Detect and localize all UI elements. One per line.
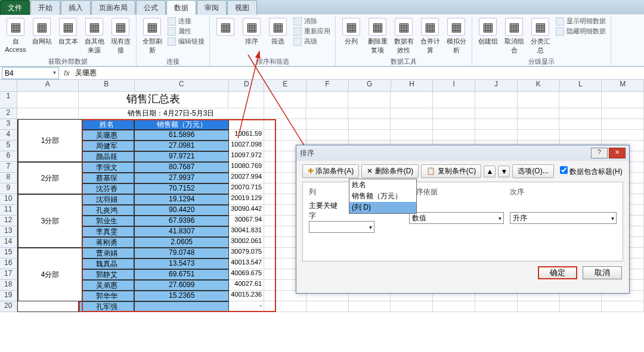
aux-cell[interactable]: 20027.994 bbox=[229, 173, 264, 183]
cell[interactable] bbox=[306, 119, 349, 130]
column-header[interactable]: B bbox=[79, 80, 135, 91]
name-cell[interactable]: 李强文 bbox=[79, 162, 135, 173]
name-cell[interactable]: 魏真晶 bbox=[79, 258, 135, 269]
row-header[interactable]: 5 bbox=[0, 141, 17, 151]
tab-文件[interactable]: 文件 bbox=[0, 0, 30, 15]
ribbon-button[interactable]: ▦自其他来源 bbox=[82, 16, 106, 55]
org-merged-cell[interactable]: 3分部 bbox=[18, 194, 82, 248]
ribbon-button[interactable]: ▦自网站 bbox=[30, 16, 54, 46]
aux-cell[interactable]: 30090.442 bbox=[229, 205, 264, 216]
cell[interactable] bbox=[306, 108, 348, 119]
ribbon-button[interactable]: ▦数据有效性 bbox=[392, 16, 416, 55]
name-cell[interactable]: 郭华华 bbox=[79, 291, 135, 301]
name-cell[interactable]: 蔡基琛 bbox=[79, 173, 135, 183]
amount-cell[interactable]: 69.6751 bbox=[134, 269, 228, 280]
row-header[interactable]: 19 bbox=[0, 291, 17, 301]
column-header[interactable]: G bbox=[349, 80, 391, 91]
aux-cell[interactable]: 40015.236 bbox=[229, 291, 264, 301]
cell[interactable] bbox=[264, 301, 306, 312]
cell[interactable] bbox=[602, 108, 644, 119]
cell[interactable] bbox=[264, 119, 306, 130]
cell[interactable] bbox=[560, 130, 602, 141]
cell[interactable] bbox=[518, 301, 560, 312]
cell[interactable] bbox=[391, 119, 433, 130]
ribbon-button[interactable]: ▦排序 bbox=[240, 16, 264, 46]
column-header[interactable]: L bbox=[560, 80, 602, 91]
row-header[interactable]: 18 bbox=[0, 280, 17, 291]
cell[interactable] bbox=[391, 92, 433, 108]
aux-cell[interactable]: 30067.94 bbox=[229, 216, 264, 226]
amount-cell[interactable]: 15.2365 bbox=[134, 291, 228, 301]
ribbon-small-button[interactable]: 隐藏明细数据 bbox=[555, 26, 607, 36]
cell[interactable] bbox=[602, 92, 644, 108]
ribbon-button[interactable]: ▦分列 bbox=[339, 16, 363, 46]
tab-开始[interactable]: 开始 bbox=[30, 0, 60, 15]
amount-cell[interactable]: 67.9396 bbox=[134, 216, 228, 226]
cell[interactable] bbox=[475, 108, 518, 119]
cell[interactable] bbox=[602, 119, 644, 130]
column-header[interactable]: J bbox=[475, 80, 518, 91]
cell[interactable] bbox=[475, 130, 518, 141]
cell[interactable] bbox=[306, 301, 349, 312]
name-cell[interactable]: 周健军 bbox=[79, 141, 135, 151]
column-header[interactable]: M bbox=[602, 80, 644, 91]
amount-cell[interactable]: 41.8307 bbox=[134, 226, 228, 237]
cell[interactable] bbox=[306, 130, 349, 141]
add-condition-button[interactable]: ✚ 添加条件(A) bbox=[302, 164, 359, 178]
close-button[interactable]: ✕ bbox=[609, 148, 626, 158]
ribbon-button[interactable]: ▦ bbox=[213, 16, 237, 37]
row-header[interactable]: 17 bbox=[0, 269, 17, 280]
row-header[interactable]: 10 bbox=[0, 194, 17, 205]
has-header-checkbox[interactable]: 数据包含标题(H) bbox=[560, 166, 623, 177]
row-header[interactable]: 4 bbox=[0, 130, 17, 141]
amount-cell[interactable]: 27.0981 bbox=[134, 141, 228, 151]
row-header[interactable]: 16 bbox=[0, 258, 17, 269]
move-down-button[interactable]: ▼ bbox=[498, 166, 510, 177]
tab-视图[interactable]: 视图 bbox=[227, 0, 257, 15]
aux-cell[interactable]: 40027.61 bbox=[229, 280, 264, 291]
cell[interactable] bbox=[518, 108, 560, 119]
dropdown-option[interactable]: 销售额（万元） bbox=[349, 191, 416, 202]
amount-cell[interactable]: 80.7687 bbox=[134, 162, 228, 173]
name-cell[interactable]: 沈羽娟 bbox=[79, 194, 135, 205]
amount-cell[interactable]: 19.1294 bbox=[134, 194, 228, 205]
ribbon-button[interactable]: ▦合并计算 bbox=[418, 16, 442, 55]
delete-condition-button[interactable]: ✕ 删除条件(D) bbox=[361, 164, 419, 178]
amount-cell[interactable]: 70.7152 bbox=[134, 183, 228, 194]
row-header[interactable]: 3 bbox=[0, 119, 17, 130]
cell[interactable] bbox=[475, 119, 518, 130]
cell[interactable] bbox=[349, 119, 391, 130]
column-header[interactable]: K bbox=[518, 80, 560, 91]
name-cell[interactable]: 李真雯 bbox=[79, 226, 135, 237]
aux-cell[interactable]: 10080.769 bbox=[229, 162, 264, 173]
dialog-title-bar[interactable]: 排序 ? ✕ bbox=[296, 145, 629, 161]
cell[interactable] bbox=[475, 301, 518, 312]
cell[interactable] bbox=[229, 119, 264, 130]
help-button[interactable]: ? bbox=[591, 148, 608, 158]
cell[interactable] bbox=[559, 119, 602, 130]
amount-cell[interactable]: 27.6099 bbox=[134, 280, 228, 291]
cell[interactable] bbox=[433, 130, 475, 141]
cell[interactable] bbox=[433, 108, 475, 119]
cell[interactable] bbox=[349, 130, 391, 141]
cell[interactable] bbox=[348, 92, 391, 108]
aux-cell[interactable]: 30041.831 bbox=[229, 226, 264, 237]
ribbon-button[interactable]: ▦现有连接 bbox=[109, 16, 132, 55]
key-column-dropdown[interactable]: 姓名销售额（万元）(列 D) bbox=[349, 179, 417, 214]
ok-button[interactable]: 确定 bbox=[538, 266, 577, 279]
tab-审阅[interactable]: 审阅 bbox=[197, 0, 227, 15]
cancel-button[interactable]: 取消 bbox=[583, 266, 622, 279]
tab-页面布局[interactable]: 页面布局 bbox=[91, 0, 135, 15]
ribbon-button[interactable]: ▦自 Access bbox=[4, 16, 27, 53]
cell[interactable] bbox=[228, 92, 264, 108]
cell[interactable] bbox=[17, 92, 79, 108]
cell[interactable] bbox=[518, 92, 560, 108]
row-header[interactable]: 2 bbox=[0, 108, 17, 119]
tab-插入[interactable]: 插入 bbox=[61, 0, 91, 15]
move-up-button[interactable]: ▲ bbox=[484, 166, 496, 177]
row-header[interactable]: 1 bbox=[0, 92, 17, 108]
cell[interactable] bbox=[306, 92, 349, 108]
org-merged-cell[interactable]: 1分部 bbox=[18, 119, 82, 162]
amount-cell[interactable]: 27.9937 bbox=[134, 173, 228, 183]
cell[interactable] bbox=[518, 119, 560, 130]
